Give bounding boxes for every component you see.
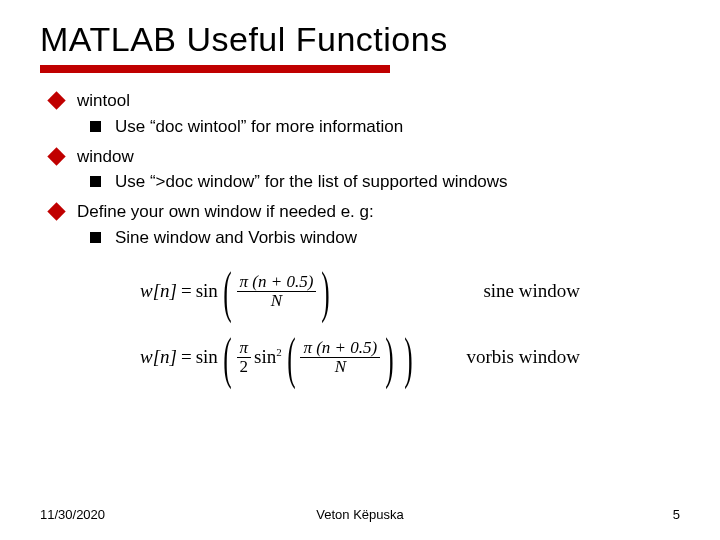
bullet-text: Define your own window if needed e. g:: [77, 200, 374, 224]
formula-block: w[n] = sin ( π (n + 0.5) N ) sine window…: [140, 264, 580, 386]
bullet-text: wintool: [77, 89, 130, 113]
footer-page-number: 5: [673, 507, 680, 522]
fraction: π (n + 0.5) N: [300, 339, 380, 377]
right-paren-icon: ): [385, 330, 393, 386]
sin-function: sin: [196, 278, 218, 305]
equals-sign: =: [181, 344, 192, 371]
diamond-icon: [47, 91, 65, 109]
fraction: π (n + 0.5) N: [237, 273, 317, 311]
subbullet-sine-vorbis: Sine window and Vorbis window: [90, 226, 680, 250]
equals-sign: =: [181, 278, 192, 305]
diamond-icon: [47, 147, 65, 165]
right-paren-icon: ): [404, 330, 412, 386]
equation-left: w[n] = sin ( π (n + 0.5) N ): [140, 264, 335, 320]
slide: MATLAB Useful Functions wintool Use “doc…: [0, 0, 720, 540]
left-paren-icon: (: [287, 330, 295, 386]
footer: 11/30/2020 Veton Këpuska 5: [40, 507, 680, 522]
equation-label: sine window: [483, 278, 580, 305]
equation-label: vorbis window: [467, 344, 580, 371]
content-area: wintool Use “doc wintool” for more infor…: [40, 89, 680, 386]
sin-function: sin: [196, 344, 218, 371]
equation-left: w[n] = sin ( π 2 sin2 ( π (n + 0.5) N: [140, 330, 418, 386]
sin-squared: sin2: [254, 344, 282, 371]
bullet-text: Use “>doc window” for the list of suppor…: [115, 170, 508, 194]
left-paren-icon: (: [223, 264, 231, 320]
bullet-define-own: Define your own window if needed e. g:: [50, 200, 680, 224]
title-underline: [40, 65, 390, 73]
square-icon: [90, 232, 101, 243]
bullet-wintool: wintool: [50, 89, 680, 113]
diamond-icon: [47, 202, 65, 220]
bullet-window: window: [50, 145, 680, 169]
footer-author: Veton Këpuska: [316, 507, 403, 522]
slide-title: MATLAB Useful Functions: [40, 20, 680, 59]
equation-vorbis-window: w[n] = sin ( π 2 sin2 ( π (n + 0.5) N: [140, 330, 580, 386]
square-icon: [90, 176, 101, 187]
bullet-text: window: [77, 145, 134, 169]
bullet-text: Use “doc wintool” for more information: [115, 115, 403, 139]
right-paren-icon: ): [321, 264, 329, 320]
subbullet-window-doc: Use “>doc window” for the list of suppor…: [90, 170, 680, 194]
square-icon: [90, 121, 101, 132]
wn-symbol: w[n]: [140, 278, 177, 305]
subbullet-wintool-doc: Use “doc wintool” for more information: [90, 115, 680, 139]
equation-sine-window: w[n] = sin ( π (n + 0.5) N ) sine window: [140, 264, 580, 320]
wn-symbol: w[n]: [140, 344, 177, 371]
footer-date: 11/30/2020: [40, 507, 105, 522]
left-paren-icon: (: [223, 330, 231, 386]
bullet-text: Sine window and Vorbis window: [115, 226, 357, 250]
fraction-pi-2: π 2: [237, 339, 252, 377]
